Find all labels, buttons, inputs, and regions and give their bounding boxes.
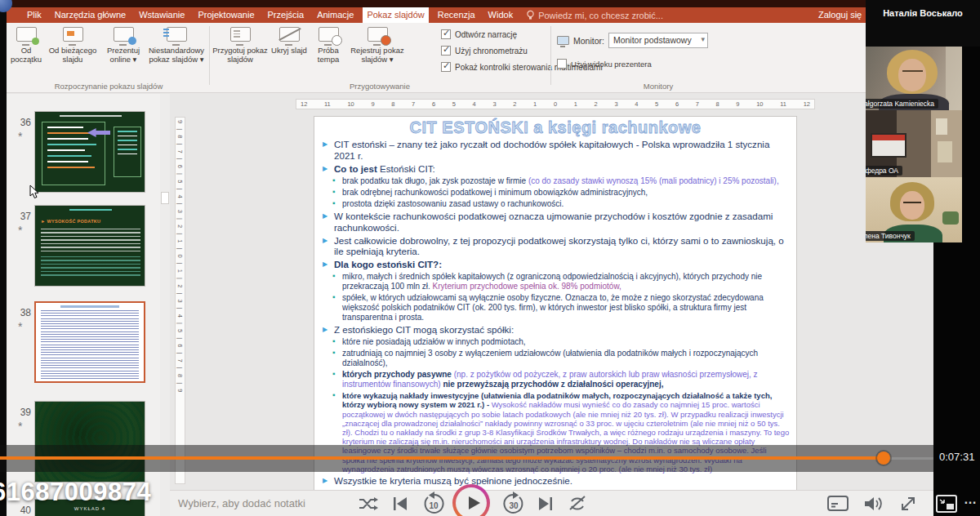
ribbon-button-label: Próba tempa — [310, 47, 346, 64]
mouse-cursor — [29, 185, 41, 199]
participant-tile: кафедра ОА — [866, 110, 962, 177]
slide-number: 36 — [11, 117, 31, 128]
ribbon-group-start-slideshow: Od początkuOd bieżącego slajduPrezentuj … — [8, 23, 209, 92]
ribbon: Od początkuOd bieżącego slajduPrezentuj … — [7, 23, 933, 93]
shuffle-button[interactable] — [357, 493, 378, 514]
tab-pokaz-slajdów[interactable]: Pokaz slajdów — [363, 7, 428, 23]
tab-plik[interactable]: Plik — [23, 7, 46, 23]
ribbon-button-label: Ukryj slajd — [271, 47, 307, 56]
scrollbar-thumb[interactable] — [161, 192, 169, 204]
tell-me-box[interactable]: Powiedz mi, co chcesz zrobić... — [526, 7, 663, 23]
participant-tile: Małgorzata Kamieniecka — [866, 47, 962, 110]
slide-title: CIT ESTOŃSKI a księgi rachunkowe — [321, 118, 790, 137]
ribbon-button[interactable]: Prezentuj online ▾ — [101, 23, 145, 80]
slide-bullet: brak odrębnej rachunkowości podatkowej i… — [321, 188, 790, 198]
slide-thumbnail-37[interactable]: 37*► WYSOKOŚĆ PODATKU — [7, 202, 160, 289]
watermark-id-number: 61687009874 — [0, 478, 151, 507]
vertical-ruler: 9 | 8 | 7 | 6 | 5 | 4 | 3 | 2 | 1 | 0 | … — [175, 117, 185, 484]
slideshow-icon — [16, 27, 37, 42]
next-button[interactable] — [536, 493, 555, 514]
progress-bar-filled[interactable] — [0, 456, 884, 460]
slide-bullet: których przychody pasywne (np. z pożytkó… — [321, 370, 790, 389]
progress-handle[interactable] — [877, 452, 890, 465]
slide-bullet: zatrudniają co najmniej 3 osoby z wyłącz… — [321, 349, 790, 368]
slide-bullet: spółek, w których udziałowcami są wyłącz… — [321, 293, 790, 322]
slide-thumbnail-36[interactable]: 36* — [7, 109, 160, 195]
animation-star-icon: * — [18, 224, 22, 237]
slideshow-icon — [230, 27, 251, 42]
ribbon-checkbox[interactable]: Użyj widoku prezentera — [557, 59, 652, 69]
notes-placeholder[interactable]: Wybierz, aby dodać notatki — [178, 497, 305, 509]
slide-bullet: CIT estoński – znany też jako ryczałt od… — [321, 139, 790, 162]
slideshow-icon — [167, 27, 187, 42]
slideshow-icon — [318, 27, 339, 42]
sign-in-link[interactable]: Zaloguj się — [818, 7, 862, 23]
slide-body: CIT estoński – znany też jako ryczałt od… — [321, 139, 790, 487]
window-titlebar — [0, 0, 933, 7]
tab-projektowanie[interactable]: Projektowanie — [194, 7, 258, 23]
slide-number: 38 — [11, 307, 31, 318]
play-button[interactable] — [452, 484, 490, 516]
vertical-ruler-numbers: 9 | 8 | 7 | 6 | 5 | 4 | 3 | 2 | 1 | 0 | … — [176, 120, 184, 394]
ribbon-tab-bar: PlikNarzędzia główneWstawianieProjektowa… — [7, 7, 933, 23]
slideshow-icon — [279, 27, 300, 42]
participant-name: Małgorzata Kamieniecka — [866, 99, 938, 109]
svg-text:10: 10 — [429, 501, 439, 510]
ribbon-button[interactable]: Niestandardowy pokaz slajdów ▾ — [145, 23, 207, 80]
forward-30-button[interactable]: 30 — [501, 492, 526, 516]
checkbox-icon — [557, 59, 567, 69]
tab-widok[interactable]: Widok — [484, 7, 518, 23]
tab-recenzja[interactable]: Recenzja — [434, 7, 479, 23]
rewind-10-button[interactable]: 10 — [421, 492, 446, 516]
participant-name: Наталія Воськало — [866, 0, 980, 18]
slide-thumbnail-38[interactable]: 38* — [7, 299, 160, 385]
glasses — [903, 202, 921, 207]
monitor-icon — [557, 36, 569, 45]
slide-canvas[interactable]: CIT ESTOŃSKI a księgi rachunkowe CIT est… — [314, 117, 796, 490]
play-icon — [469, 496, 480, 509]
animation-star-icon: * — [18, 420, 22, 433]
slide-thumbnail-39[interactable]: 39* — [7, 398, 160, 485]
slideshow-icon — [63, 27, 83, 42]
slide-bullet: W kontekście rachunkowości podatkowej oz… — [321, 211, 790, 234]
participant-tile-camera-off: Наталія Воськало — [866, 0, 980, 47]
ribbon-button[interactable]: Próba tempa — [309, 23, 348, 80]
tab-wstawianie[interactable]: Wstawianie — [135, 7, 189, 23]
ribbon-group-label: Rozpoczynanie pokazu slajdów — [8, 82, 209, 91]
shared-monitor — [871, 133, 906, 158]
ribbon-button[interactable]: Ukryj slajd — [270, 23, 309, 80]
repeat-off-button[interactable] — [567, 493, 588, 514]
tab-animacje[interactable]: Animacje — [313, 7, 358, 23]
monitor-dropdown[interactable]: Monitor podstawowy — [608, 33, 708, 48]
group-separator — [209, 26, 210, 85]
volume-button[interactable] — [863, 494, 884, 514]
ribbon-button-label: Od bieżącego slajdu — [46, 47, 100, 64]
ribbon-button[interactable]: Od bieżącego slajdu — [44, 23, 101, 80]
ribbon-group-set-up: Przygotuj pokaz slajdówUkryj slajdPróba … — [211, 23, 549, 92]
ribbon-button-label: Rejestruj pokaz slajdów ▾ — [350, 47, 405, 64]
fullscreen-button[interactable] — [898, 494, 918, 514]
slide-number: 39 — [11, 407, 31, 418]
participant-strip: Наталія Воськало Małgorzata Kamieniecka … — [866, 0, 980, 242]
participant-name: Олена Тивончук — [866, 231, 915, 241]
checkbox-label: Odtwórz narrację — [455, 30, 517, 39]
ribbon-button[interactable]: Rejestruj pokaz slajdów ▾ — [348, 23, 407, 80]
progress-bar-remaining[interactable] — [890, 457, 933, 460]
participant-tile: Олена Тивончук — [866, 177, 962, 242]
tab-przejścia[interactable]: Przejścia — [264, 7, 309, 23]
slide-bullet: Wszystkie te kryteria muszą być spełnion… — [321, 475, 790, 487]
checkbox-icon — [441, 29, 451, 39]
letterbox-left — [0, 0, 7, 516]
checkbox-icon — [441, 62, 451, 72]
more-options-button[interactable]: … — [964, 492, 978, 507]
horizontal-ruler: 1211109876543210123456789101112 — [296, 99, 815, 109]
picture-in-picture-button[interactable] — [936, 495, 957, 513]
slide-bullet: które nie posiadają udziałów w innych po… — [321, 337, 790, 347]
ribbon-button[interactable]: Od początku — [8, 23, 44, 80]
subtitles-button[interactable] — [827, 496, 849, 512]
previous-button[interactable] — [390, 493, 410, 514]
video-player-frame: PlikNarzędzia główneWstawianieProjektowa… — [0, 0, 980, 516]
ribbon-button[interactable]: Przygotuj pokaz slajdów — [211, 23, 270, 80]
animation-star-icon: * — [18, 320, 22, 333]
tab-narzędzia-główne[interactable]: Narzędzia główne — [51, 7, 130, 23]
